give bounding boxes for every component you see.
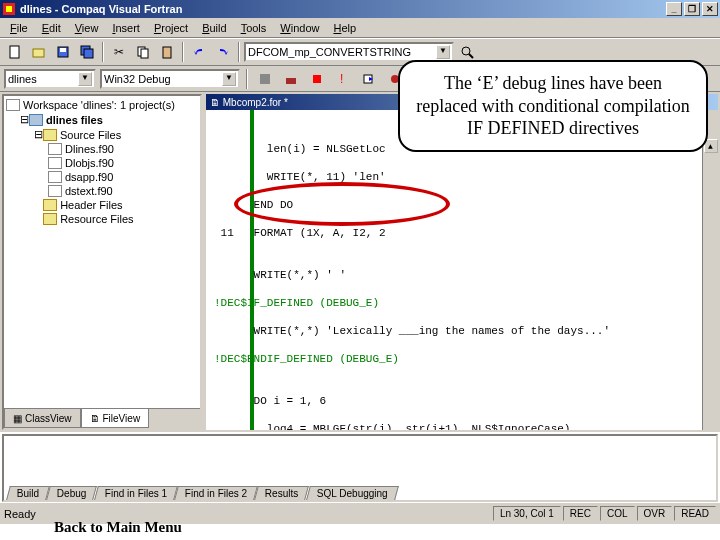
svg-rect-3 xyxy=(33,49,44,57)
tree-label: Dlobjs.f90 xyxy=(65,157,114,169)
tab-find1[interactable]: Find in Files 1 xyxy=(94,486,178,500)
tab-build[interactable]: Build xyxy=(6,486,50,500)
annotation-callout: The ‘E’ debug lines have been replaced w… xyxy=(398,60,708,152)
menu-insert[interactable]: Insert xyxy=(106,20,146,36)
svg-rect-11 xyxy=(163,47,171,58)
tree-label: Workspace 'dlines': 1 project(s) xyxy=(23,99,175,111)
status-rec: REC xyxy=(563,506,598,521)
tree-label: dsapp.f90 xyxy=(65,171,113,183)
svg-point-12 xyxy=(462,47,470,55)
close-button[interactable]: ✕ xyxy=(702,2,718,16)
tab-fileview[interactable]: 🗎FileView xyxy=(81,409,150,428)
workspace-icon xyxy=(6,99,20,111)
svg-rect-10 xyxy=(141,49,148,58)
tree-label: dlines files xyxy=(46,114,103,126)
output-pane: Build Debug Find in Files 1 Find in File… xyxy=(2,434,718,502)
project-combo-text: dlines xyxy=(8,73,37,85)
compile-button[interactable] xyxy=(254,68,276,90)
toolbar-sep xyxy=(246,69,248,89)
config-combo-text: Win32 Debug xyxy=(104,73,171,85)
tab-debug[interactable]: Debug xyxy=(46,486,97,500)
tab-label: Debug xyxy=(57,488,86,499)
tree-project[interactable]: ⊟ dlines files xyxy=(6,112,198,127)
save-all-button[interactable] xyxy=(76,41,98,63)
toolbar-sep xyxy=(182,42,184,62)
menu-help[interactable]: Help xyxy=(327,20,362,36)
tree-folder-resource[interactable]: Resource Files xyxy=(6,212,198,226)
execute-button[interactable]: ! xyxy=(332,68,354,90)
status-position: Ln 30, Col 1 xyxy=(493,506,561,521)
menu-tools[interactable]: Tools xyxy=(235,20,273,36)
tab-find2[interactable]: Find in Files 2 xyxy=(174,486,258,500)
code-line: END DO xyxy=(214,198,714,212)
undo-button[interactable] xyxy=(188,41,210,63)
window-title: dlines - Compaq Visual Fortran xyxy=(20,3,666,15)
paste-button[interactable] xyxy=(156,41,178,63)
tree-file[interactable]: dsapp.f90 xyxy=(6,170,198,184)
file-tree[interactable]: Workspace 'dlines': 1 project(s) ⊟ dline… xyxy=(4,96,200,408)
tab-label: Build xyxy=(17,488,39,499)
code-line: DO i = 1, 6 xyxy=(214,394,714,408)
tab-classview[interactable]: ▦ClassView xyxy=(4,409,81,428)
tree-folder-source[interactable]: ⊟ Source Files xyxy=(6,127,198,142)
redo-button[interactable] xyxy=(212,41,234,63)
tree-label: Resource Files xyxy=(60,213,133,225)
tree-folder-header[interactable]: Header Files xyxy=(6,198,198,212)
chevron-down-icon[interactable]: ▼ xyxy=(222,72,236,86)
svg-text:✂: ✂ xyxy=(114,45,124,59)
tree-file[interactable]: Dlobjs.f90 xyxy=(6,156,198,170)
tree-workspace[interactable]: Workspace 'dlines': 1 project(s) xyxy=(6,98,198,112)
tab-label: SQL Debugging xyxy=(316,488,387,499)
new-button[interactable] xyxy=(4,41,26,63)
go-button[interactable] xyxy=(358,68,380,90)
menu-window[interactable]: Window xyxy=(274,20,325,36)
toolbar-sep xyxy=(238,42,240,62)
minimize-button[interactable]: _ xyxy=(666,2,682,16)
tab-sql[interactable]: SQL Debugging xyxy=(306,486,399,500)
titlebar: dlines - Compaq Visual Fortran _ ❐ ✕ xyxy=(0,0,720,18)
cut-button[interactable]: ✂ xyxy=(108,41,130,63)
svg-rect-5 xyxy=(60,48,66,52)
svg-rect-16 xyxy=(313,75,321,83)
tab-label: ClassView xyxy=(25,413,72,424)
chevron-down-icon[interactable]: ▼ xyxy=(78,72,92,86)
menu-build[interactable]: Build xyxy=(196,20,232,36)
menu-view[interactable]: View xyxy=(69,20,105,36)
menu-edit[interactable]: Edit xyxy=(36,20,67,36)
title-app: dlines xyxy=(20,3,52,15)
project-icon xyxy=(29,114,43,126)
code-editor[interactable]: len(i) = NLSGetLoc WRITE(*, 11) 'len' EN… xyxy=(206,110,718,430)
svg-rect-14 xyxy=(260,74,270,84)
code-line: WRITE(*,*) 'Lexically ___ing the names o… xyxy=(214,324,714,338)
code-line: log4 = MBLGE(str(i), str(i+1), NLS$Ignor… xyxy=(214,422,714,430)
svg-rect-7 xyxy=(84,49,93,58)
tab-results[interactable]: Results xyxy=(254,486,309,500)
code-line: !DEC$ENDIF_DEFINED (DEBUG_E) xyxy=(214,352,714,366)
stop-build-button[interactable] xyxy=(306,68,328,90)
file-icon xyxy=(48,143,62,155)
save-button[interactable] xyxy=(52,41,74,63)
output-tabs: Build Debug Find in Files 1 Find in File… xyxy=(8,482,712,500)
tree-file[interactable]: dstext.f90 xyxy=(6,184,198,198)
file-icon xyxy=(48,157,62,169)
back-link[interactable]: Back to Main Menu xyxy=(54,519,182,536)
open-button[interactable] xyxy=(28,41,50,63)
svg-line-13 xyxy=(469,54,473,58)
window-buttons: _ ❐ ✕ xyxy=(666,2,718,16)
menu-project[interactable]: Project xyxy=(148,20,194,36)
config-combo[interactable]: Win32 Debug ▼ xyxy=(100,69,240,89)
status-ovr: OVR xyxy=(637,506,673,521)
chevron-down-icon[interactable]: ▼ xyxy=(436,45,450,59)
tree-file[interactable]: Dlines.f90 xyxy=(6,142,198,156)
project-combo[interactable]: dlines ▼ xyxy=(4,69,96,89)
svg-rect-2 xyxy=(10,46,19,58)
tab-label: Find in Files 2 xyxy=(185,488,247,499)
file-icon xyxy=(48,171,62,183)
maximize-button[interactable]: ❐ xyxy=(684,2,700,16)
build-button[interactable] xyxy=(280,68,302,90)
tree-label: Source Files xyxy=(60,129,121,141)
class-icon: ▦ xyxy=(13,413,22,424)
copy-button[interactable] xyxy=(132,41,154,63)
menu-file[interactable]: File xyxy=(4,20,34,36)
member-combo[interactable]: DFCOM_mp_CONVERTSTRING ▼ xyxy=(244,42,454,62)
